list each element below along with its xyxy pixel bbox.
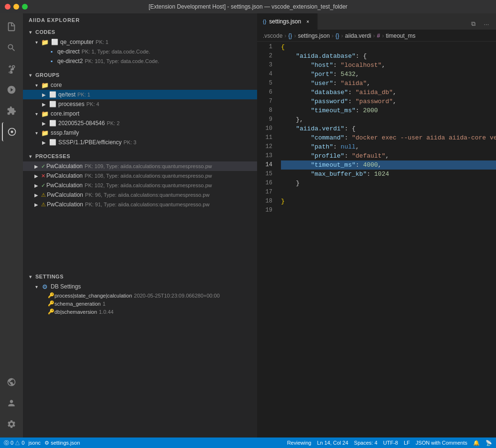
broadcast-icon[interactable]: 📡 [485,440,492,446]
code-line-10: "aiida.verdi": { [281,124,496,133]
aiida-icon[interactable] [2,122,21,141]
process-state-change-item[interactable]: 🔑 process|state_change|calculation 2020-… [23,291,257,299]
processes-group-item[interactable]: ▶ ⬜ processes PK: 4 [23,99,257,109]
group-icon: ⬜ [49,139,56,146]
chevron-right-icon: ▶ [40,139,48,146]
code-line-17 [281,188,496,197]
breadcrumb-aiida-verdi[interactable]: aiida.verdi [345,32,371,39]
pwcalc-91-item[interactable]: ▶ ⚠ PwCalculation PK: 91, Type: aiida.ca… [23,200,257,209]
code-line-15: "max_buffer_kb": 1024 [281,170,496,179]
breadcrumb: .vscode › {} › settings.json › {} › aiid… [257,30,496,42]
schema-generation-item[interactable]: 🔑 schema_generation 1 [23,299,257,308]
close-button[interactable] [5,4,11,10]
tab-filename: settings.json [269,18,301,25]
status-bar-left: ⓪ 0 △ 0 jsonc ⚙ settings.json [4,439,80,447]
code-line-14: "timeout_ms": 4000, [281,160,496,170]
pwcalc-102-item[interactable]: ▶ ✓ PwCalculation PK: 102, Type: aiida.c… [23,181,257,190]
check-icon: ✓ [41,182,45,189]
chevron-down-icon: ▾ [27,152,34,160]
activity-bar [0,13,23,437]
code-line-5: "user": "aiida", [281,79,496,88]
code-line-2: "aiida.database": { [281,52,496,61]
explorer-icon[interactable] [2,17,21,36]
manage-icon[interactable] [2,415,21,434]
remote-icon[interactable] [2,373,21,392]
git-status-item[interactable]: Reviewing [287,440,312,446]
pwcalc-108-item[interactable]: ▶ ✕ PwCalculation PK: 108, Type: aiida.c… [23,171,257,181]
settings-section-header[interactable]: ▾ SETTINGS [23,271,257,282]
code-icon: ▪ [48,48,55,55]
code-editor[interactable]: 1 2 3 4 5 6 7 8 9 10 11 12 13 14 15 16 1… [257,42,496,437]
sidebar-header: AIIDA EXPLORER [23,13,257,27]
code-line-11: "command": "docker exec --user aiida aii… [281,133,496,142]
svg-point-0 [11,131,13,133]
db-schemaversion-item[interactable]: 🔑 db|schemaversion 1.0.44 [23,308,257,316]
code-content[interactable]: { "aiida.database": { "host": "localhost… [276,42,496,437]
processes-section-header[interactable]: ▾ PROCESSES [23,151,257,161]
pwcalc-96-item[interactable]: ▶ ⚠ PwCalculation PK: 96, Type: aiida.ca… [23,190,257,200]
notifications-status[interactable]: 🔔 [473,440,480,446]
import-date-item[interactable]: ▶ ⬜ 20200525-084546 PK: 2 [23,118,257,128]
bell-icon: 🔔 [473,440,480,446]
breadcrumb-vscode[interactable]: .vscode [263,32,282,39]
traffic-lights [5,4,28,10]
breadcrumb-icon-1: {} [288,32,292,39]
source-control-icon[interactable] [2,59,21,78]
sssp-efficiency-item[interactable]: ▶ ⬜ SSSP/1.1/PBE/efficiency PK: 3 [23,138,257,147]
cursor-position-status[interactable]: Ln 14, Col 24 [317,440,348,446]
key-icon: 🔑 [48,292,54,299]
search-icon[interactable] [2,38,21,57]
settings-gear-icon: ⚙ [41,283,49,290]
breadcrumb-settings-json[interactable]: settings.json [298,32,330,39]
qe-test-item[interactable]: ▶ ⬜ qe/test PK: 1 [23,90,257,99]
minimize-button[interactable] [13,4,19,10]
account-icon[interactable] [2,394,21,413]
indent-status[interactable]: Spaces: 4 [354,440,377,446]
chevron-right-icon: ▶ [40,91,48,98]
code-line-9: }, [281,115,496,124]
chevron-right-icon: ▶ [32,201,40,208]
sssp-family-folder[interactable]: ▾ 📁 sssp.family [23,128,257,138]
more-actions-button[interactable]: ··· [481,18,492,30]
folder-icon: 📁 [41,110,49,117]
maximize-button[interactable] [22,4,28,10]
code-line-8: "timeout_ms": 2000 [281,106,496,115]
line-ending-status[interactable]: LF [404,440,410,446]
core-import-folder[interactable]: ▾ 📁 core.import [23,109,257,118]
errors-warnings-status[interactable]: ⓪ 0 △ 0 [4,439,24,447]
language-status[interactable]: JSON with Comments [416,440,467,446]
chevron-down-icon: ▾ [32,110,40,117]
core-folder[interactable]: ▾ 📁 core [23,80,257,90]
json-file-icon: {} [263,19,266,24]
settings-json-tab[interactable]: {} settings.json × [257,13,318,30]
filename-status[interactable]: ⚙ settings.json [44,440,80,446]
run-debug-icon[interactable] [2,80,21,99]
tab-actions: ⧉ ··· [464,18,496,30]
line-numbers: 1 2 3 4 5 6 7 8 9 10 11 12 13 14 15 16 1… [257,42,276,437]
warning-icon: ⚠ [41,192,46,198]
language-mode-status[interactable]: jsonc [28,440,41,446]
code-line-12: "path": null, [281,142,496,151]
codes-section-header[interactable]: ▾ CODES [23,27,257,37]
qe-computer-folder[interactable]: ▾ 📁 ⬜ qe_computer PK: 1 [23,37,257,47]
db-settings-group[interactable]: ▾ ⚙ DB Settings [23,282,257,291]
chevron-right-icon: ▶ [40,119,48,127]
breadcrumb-icon-2: {} [335,32,339,39]
chevron-right-icon: ▶ [40,100,48,108]
groups-section-header[interactable]: ▾ GROUPS [23,70,257,80]
pwcalc-109-item[interactable]: ▶ ✓ PwCalculation PK: 109, Type: aiida.c… [23,161,257,171]
qe-direct2-item[interactable]: ▪ qe-direct2 PK: 101, Type: data.code.Co… [23,56,257,66]
folder-icon: 📁 [41,38,49,46]
extensions-icon[interactable] [2,101,21,120]
title-bar: [Extension Development Host] - settings.… [0,0,496,13]
tab-close-button[interactable]: × [304,18,312,25]
split-editor-button[interactable]: ⧉ [467,18,479,30]
encoding-status[interactable]: UTF-8 [383,440,398,446]
code-line-3: "host": "localhost", [281,61,496,70]
group-icon: ⬜ [49,119,56,127]
breadcrumb-timeout-ms[interactable]: timeout_ms [386,32,415,39]
qe-direct-item[interactable]: ▪ qe-direct PK: 1, Type: data.code.Code. [23,47,257,56]
folder-icon: 📁 [41,81,49,89]
code-line-18: } [281,197,496,206]
code-icon: ▪ [48,57,55,65]
